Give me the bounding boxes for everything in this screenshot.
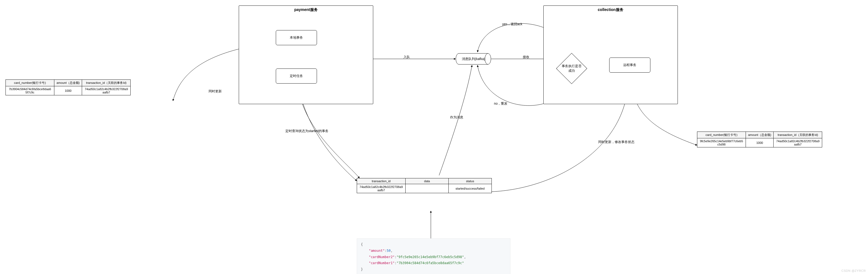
edge-no-resend-label: no，重发 (494, 101, 507, 106)
table-row: 74ad50c1a82c4b2fb322f2708a9aafb7 started… (357, 184, 492, 193)
code-line: } (361, 266, 506, 273)
remote-tx-label: 远程事务 (623, 63, 637, 67)
edge-receive-label: 接收 (523, 55, 529, 60)
collection-service-title: collection服务 (544, 7, 678, 12)
local-tx-label: 本地事务 (290, 35, 303, 40)
payment-service-group: payment服务 (239, 5, 373, 104)
decision-label: 事务执行是否成功 (561, 64, 582, 73)
td-txid: 74ad50c1a82c4b2fb322f2708a9aafb7 (357, 184, 406, 193)
table-row: transaction_id data status (357, 178, 492, 184)
edge-yes-ack-label: yes，返回ack (502, 22, 522, 27)
th-txid: transaction_id（关联的事务Id) (82, 80, 131, 86)
table-row: card_number(银行卡号) amount（总金额) transactio… (697, 132, 822, 138)
collection-service-group: collection服务 (544, 5, 678, 104)
edge-enqueue-label: 入队 (403, 55, 410, 60)
edge-update-left-label: 同时更新 (209, 89, 222, 94)
th-status: status (449, 178, 492, 184)
th-data: data (406, 178, 449, 184)
code-line: "cardNumber2":"9fc5e9e265c14e5eb9bf77c6e… (361, 254, 506, 260)
td-amt: 1000 (746, 138, 774, 147)
th-txid: transaction_id (357, 178, 406, 184)
code-line: "amount":50, (361, 248, 506, 254)
td-txid: 74ad50c1a82c4b2fb322f2708a9aafb7 (774, 138, 822, 147)
timed-task-label: 定时任务 (290, 74, 303, 78)
th-txid: transaction_id（关联的事务Id) (774, 132, 822, 138)
th-card: card_number(银行卡号) (6, 80, 54, 86)
table-row: 7b3904c584d74c6fa5bce8daa65f7c9c 1000 74… (6, 86, 131, 95)
local-tx-node: 本地事务 (276, 30, 317, 45)
table-row: 9fc5e9e265c14e5eb9bf77c6eb5c5d98 1000 74… (697, 138, 822, 147)
edge-as-message-label: 作为消息 (450, 115, 463, 120)
mq-label: 消息队列(kafka) (462, 57, 485, 61)
code-line: { (361, 241, 506, 248)
json-payload-box: { "amount":50, "cardNumber2":"9fc5e9e265… (357, 238, 510, 274)
td-txid: 74ad50c1a82c4b2fb322f2708a9aafb7 (82, 86, 131, 95)
edge-update-right-label: 同时更新，修改事务状态 (598, 140, 634, 144)
td-card: 9fc5e9e265c14e5eb9bf77c6eb5c5d98 (697, 138, 746, 147)
payment-record-table: card_number(银行卡号) amount（总金额) transactio… (5, 79, 131, 95)
table-row: card_number(银行卡号) amount（总金额) transactio… (6, 80, 131, 86)
th-amt: amount（总金额) (746, 132, 774, 138)
th-amt: amount（总金额) (54, 80, 82, 86)
td-status: started/success/failed (449, 184, 492, 193)
remote-tx-node: 远程事务 (609, 58, 650, 73)
td-amt: 1000 (54, 86, 82, 95)
th-card: card_number(银行卡号) (697, 132, 746, 138)
collection-record-table: card_number(银行卡号) amount（总金额) transactio… (697, 132, 822, 147)
watermark-text: CSDN @ZYRCR (841, 269, 866, 272)
td-card: 7b3904c584d74c6fa5bce8daa65f7c9c (6, 86, 54, 95)
payment-service-title: payment服务 (239, 7, 373, 12)
edge-poll-started-label: 定时查询状态为started的事务 (285, 129, 329, 133)
timed-task-node: 定时任务 (276, 69, 317, 83)
transaction-table: transaction_id data status 74ad50c1a82c4… (357, 178, 492, 193)
mq-node: 消息队列(kafka) (456, 53, 491, 65)
td-data (406, 184, 449, 193)
code-line: "cardNumber1":"7b3904c584d74c6fa5bce8daa… (361, 260, 506, 266)
